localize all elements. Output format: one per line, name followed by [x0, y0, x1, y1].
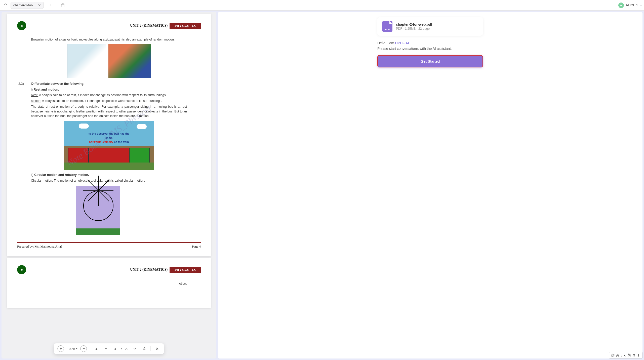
question-number: 2.3)	[18, 82, 26, 86]
document-tab[interactable]: chapter-2-for-... ✕	[11, 2, 44, 9]
main-content: ◉ UNIT 2 (KINEMATICS) PHYSICS – IX Note …	[0, 11, 644, 360]
sub-question-i: i) Rest and motion.	[31, 87, 187, 92]
circular-label: Circular motion:	[31, 179, 53, 182]
motion-text: A body is said to be in motion, if it ch…	[41, 99, 162, 103]
circular-motion-definition: Circular motion: The motion of an object…	[31, 178, 187, 183]
butterflies-image	[67, 44, 106, 78]
zoom-value: 102%	[67, 347, 75, 351]
ferris-wheel-illustration	[76, 186, 120, 235]
chevron-down-icon: ⌄	[640, 4, 642, 7]
file-info: chapter-2-for-web.pdf PDF · 1.25MB · 22 …	[396, 22, 432, 30]
prev-page-button[interactable]	[103, 345, 109, 352]
greeting-line-2: Please start conversations with the AI a…	[377, 46, 483, 51]
top-bar: chapter-2-for-... ✕ + A ALICE 1 ⌄	[0, 0, 644, 11]
chat-pane: PDF chapter-2-for-web.pdf PDF · 1.25MB ·…	[218, 12, 642, 358]
page-header: ◉ UNIT 2 (KINEMATICS) PHYSICS – IX	[17, 21, 201, 32]
motion-label: Motion:	[31, 99, 41, 103]
file-name: chapter-2-for-web.pdf	[396, 22, 432, 26]
ime-toolbar: 拼 英 ♪ •, 简 ⚙ ⋮	[609, 352, 642, 358]
next-page-snippet: otion.	[31, 281, 187, 286]
sub-ii-title: Circular motion and rotatory motion.	[34, 173, 89, 177]
ime-mode-pinyin[interactable]: 拼	[611, 353, 615, 357]
last-page-button[interactable]	[141, 345, 148, 352]
greeting-prefix: Hello, I am	[377, 41, 395, 45]
avatar: A	[618, 3, 624, 8]
paragraph-brownian: Brownian motion of a gas or liquid molec…	[31, 37, 187, 42]
user-menu[interactable]: A ALICE 1 ⌄	[618, 3, 642, 8]
footer-page-number: Page 4	[192, 245, 201, 249]
hockey-players-image	[108, 44, 151, 78]
chevron-up-icon	[104, 347, 108, 351]
ime-voice-icon[interactable]: ♪	[621, 353, 623, 357]
first-page-button[interactable]	[93, 345, 100, 352]
separator	[90, 346, 90, 351]
trash-button[interactable]	[59, 2, 66, 9]
plus-icon: +	[60, 346, 62, 351]
ime-punct-icon[interactable]: •,	[624, 353, 626, 357]
minus-icon: −	[83, 346, 85, 351]
page-number-input[interactable]	[112, 347, 118, 351]
username-label: ALICE 1	[626, 3, 638, 7]
rest-label: Rest:	[31, 93, 38, 97]
pdf-file-icon: PDF	[382, 21, 392, 32]
sub-i-title: Rest and motion.	[33, 88, 59, 91]
ime-lang-toggle[interactable]: 英	[616, 353, 619, 357]
pdf-toolbar: + 102% ▾ − / 22	[54, 343, 164, 354]
chevron-bottom-icon	[142, 347, 146, 351]
close-icon: ✕	[155, 346, 159, 351]
page-separator: /	[121, 347, 122, 351]
header-titles: UNIT 2 (KINEMATICS) PHYSICS – IX	[128, 267, 201, 273]
close-toolbar-button[interactable]: ✕	[154, 345, 160, 352]
unit-title: UNIT 2 (KINEMATICS)	[128, 267, 170, 272]
circular-text: The motion of an object in a circular pa…	[53, 179, 145, 182]
sub-ii-prefix: ii)	[31, 173, 34, 177]
pdf-page: ◉ UNIT 2 (KINEMATICS) PHYSICS – IX Note …	[7, 14, 211, 256]
chevron-down-icon	[133, 347, 137, 351]
next-page-button[interactable]	[132, 345, 138, 352]
footer-author: Prepared by: Ms. Maimoona Altaf	[17, 245, 62, 249]
ime-simplified-toggle[interactable]: 简	[628, 353, 631, 357]
greeting-block: Hello, I am UPDF AI Please start convers…	[377, 40, 483, 52]
subject-badge: PHYSICS – IX	[170, 267, 201, 273]
tab-close-button[interactable]: ✕	[38, 3, 41, 7]
page-total: 22	[125, 347, 128, 351]
zoom-in-button[interactable]: +	[57, 345, 64, 352]
page-body: Note Book of (MS_Physics) Brownian motio…	[17, 37, 201, 235]
ime-more-icon[interactable]: ⋮	[637, 353, 640, 357]
zoom-level-dropdown[interactable]: 102% ▾	[67, 347, 77, 351]
chevron-down-icon: ▾	[76, 347, 77, 350]
motion-definition: Motion: A body is said to be in motion, …	[31, 99, 187, 103]
home-icon	[4, 3, 8, 7]
unit-title: UNIT 2 (KINEMATICS)	[128, 23, 170, 28]
question-heading: 2.3) Differentiate between the following…	[18, 82, 187, 86]
image-row-1	[31, 44, 187, 78]
sub-i-prefix: i)	[31, 88, 33, 91]
train-caption: to the observer the ball has the same ho…	[86, 132, 132, 144]
question-title: Differentiate between the following:	[31, 82, 84, 86]
home-button[interactable]	[2, 2, 9, 9]
rest-definition: Rest: A body is said to be at rest, if i…	[31, 93, 187, 98]
page-header: ◉ UNIT 2 (KINEMATICS) PHYSICS – IX	[17, 265, 201, 276]
chevron-top-icon	[95, 347, 99, 351]
file-card: PDF chapter-2-for-web.pdf PDF · 1.25MB ·…	[377, 17, 483, 36]
sub-question-ii: ii) Circular motion and rotatory motion.	[31, 173, 187, 177]
greeting-line-1: Hello, I am UPDF AI	[377, 40, 483, 46]
school-logo-icon: ◉	[17, 265, 26, 274]
pdf-viewer-pane: ◉ UNIT 2 (KINEMATICS) PHYSICS – IX Note …	[2, 12, 216, 358]
zoom-out-button[interactable]: −	[80, 345, 87, 352]
page-footer: Prepared by: Ms. Maimoona Altaf Page 4	[17, 242, 201, 249]
brand-link[interactable]: UPDF AI	[395, 41, 409, 45]
pdf-scroll-area[interactable]: ◉ UNIT 2 (KINEMATICS) PHYSICS – IX Note …	[2, 12, 216, 358]
top-left-group: chapter-2-for-... ✕ +	[2, 2, 66, 9]
page-body: otion.	[17, 281, 201, 286]
file-meta: PDF · 1.25MB · 22 page	[396, 27, 432, 30]
pdf-page-next: ◉ UNIT 2 (KINEMATICS) PHYSICS – IX otion…	[7, 258, 211, 308]
tab-title: chapter-2-for-...	[13, 3, 36, 7]
school-logo-icon: ◉	[17, 21, 26, 30]
get-started-button[interactable]: Get Started	[377, 55, 483, 67]
new-tab-button[interactable]: +	[47, 2, 54, 9]
trash-icon	[61, 3, 65, 7]
relative-motion-para: The state of rest or motion of a body is…	[31, 104, 187, 118]
separator	[151, 346, 151, 351]
ime-settings-icon[interactable]: ⚙	[632, 353, 635, 357]
